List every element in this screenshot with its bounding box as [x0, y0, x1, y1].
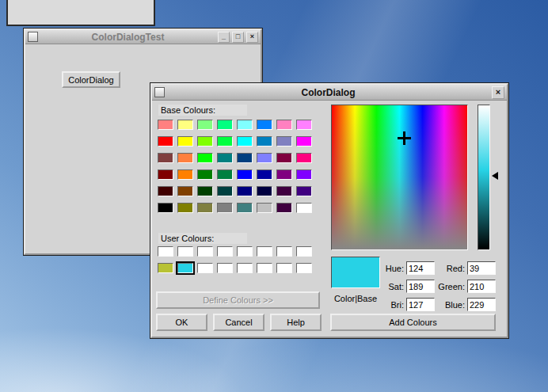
bri-label: Bri:	[370, 300, 406, 310]
user-color-swatch[interactable]	[257, 263, 272, 273]
hue-row: Hue:	[370, 261, 435, 275]
base-color-swatch[interactable]	[237, 169, 253, 180]
red-row: Red:	[431, 261, 496, 275]
dialog-body: Base Colours: User Colours: Define Colou…	[152, 101, 507, 335]
base-color-swatch[interactable]	[197, 186, 213, 196]
user-color-swatch[interactable]	[197, 246, 213, 257]
base-color-swatch[interactable]	[217, 136, 233, 147]
base-color-swatch[interactable]	[257, 136, 272, 147]
base-color-swatch[interactable]	[276, 136, 292, 147]
base-color-swatch[interactable]	[296, 120, 312, 130]
base-color-swatch[interactable]	[237, 203, 253, 213]
hue-saturation-picker[interactable]	[331, 105, 468, 250]
base-color-swatch[interactable]	[296, 169, 312, 180]
base-color-swatch[interactable]	[296, 153, 312, 163]
base-color-swatch[interactable]	[197, 169, 213, 180]
user-color-swatch[interactable]	[217, 246, 233, 257]
base-color-swatch[interactable]	[237, 153, 253, 163]
base-color-swatch[interactable]	[257, 153, 272, 163]
red-input[interactable]	[467, 261, 496, 275]
base-color-swatch[interactable]	[217, 169, 233, 180]
base-color-swatch[interactable]	[177, 153, 193, 163]
base-color-swatch[interactable]	[197, 136, 213, 147]
dialog-close-icon[interactable]: ×	[492, 86, 504, 99]
base-color-swatch[interactable]	[177, 169, 193, 180]
luminance-bar[interactable]	[478, 105, 490, 250]
base-color-swatch[interactable]	[296, 203, 312, 213]
base-color-swatch[interactable]	[237, 186, 253, 196]
base-color-swatch[interactable]	[217, 153, 233, 163]
base-color-swatch[interactable]	[177, 136, 193, 147]
base-color-swatch[interactable]	[257, 186, 272, 196]
base-color-swatch[interactable]	[217, 203, 233, 213]
base-color-swatch[interactable]	[197, 153, 213, 163]
base-color-swatch[interactable]	[257, 169, 272, 180]
dialog-title: ColorDialog	[167, 87, 489, 98]
base-color-swatch[interactable]	[177, 203, 193, 213]
test-window-titlebar[interactable]: ColorDialogTest _ □ ×	[25, 30, 261, 44]
rgb-fields: Red: Green: Blue:	[431, 261, 496, 316]
user-color-swatch[interactable]	[158, 246, 173, 257]
colordialog-window: ColorDialog × Base Colours: User Colours…	[150, 83, 508, 338]
ok-button[interactable]: OK	[156, 314, 207, 331]
base-color-swatch[interactable]	[257, 120, 272, 130]
hue-label: Hue:	[370, 264, 406, 273]
base-color-swatch[interactable]	[197, 203, 213, 213]
user-color-swatch[interactable]	[177, 263, 193, 273]
base-color-swatch[interactable]	[158, 169, 173, 180]
user-color-swatch[interactable]	[217, 263, 233, 273]
base-colors-grid	[158, 120, 312, 213]
base-color-swatch[interactable]	[158, 136, 173, 147]
base-color-swatch[interactable]	[158, 186, 173, 196]
desktop: { "test_window": { "title": "ColorDialog…	[0, 0, 548, 392]
user-color-swatch[interactable]	[237, 246, 253, 257]
user-color-swatch[interactable]	[276, 263, 292, 273]
user-color-swatch[interactable]	[237, 263, 253, 273]
base-color-swatch[interactable]	[158, 120, 173, 130]
sat-label: Sat:	[370, 282, 406, 291]
user-color-swatch[interactable]	[296, 263, 312, 273]
luminance-arrow-icon[interactable]	[492, 172, 498, 180]
base-color-swatch[interactable]	[296, 186, 312, 196]
user-color-swatch[interactable]	[276, 246, 292, 257]
add-colors-button[interactable]: Add Colours	[330, 314, 496, 331]
user-color-swatch[interactable]	[296, 246, 312, 257]
base-color-swatch[interactable]	[276, 186, 292, 196]
user-color-swatch[interactable]	[177, 246, 193, 257]
color-picker-crosshair-icon[interactable]	[398, 131, 411, 145]
base-color-swatch[interactable]	[276, 169, 292, 180]
base-color-swatch[interactable]	[257, 203, 272, 213]
base-color-swatch[interactable]	[276, 120, 292, 130]
user-color-swatch[interactable]	[158, 263, 173, 273]
base-color-swatch[interactable]	[158, 153, 173, 163]
minimize-icon[interactable]: _	[218, 32, 230, 43]
blue-input[interactable]	[467, 298, 496, 311]
user-color-swatch[interactable]	[257, 246, 272, 257]
dialog-titlebar[interactable]: ColorDialog ×	[152, 85, 507, 101]
base-color-swatch[interactable]	[296, 136, 312, 147]
help-button[interactable]: Help	[270, 314, 322, 331]
base-color-swatch[interactable]	[237, 136, 253, 147]
base-color-swatch[interactable]	[217, 186, 233, 196]
app-icon	[28, 32, 38, 42]
maximize-icon[interactable]: □	[232, 32, 244, 43]
base-color-swatch[interactable]	[197, 120, 213, 130]
blue-row: Blue:	[431, 298, 496, 311]
define-colors-button[interactable]: Define Colours >>	[156, 291, 320, 309]
base-color-swatch[interactable]	[237, 120, 253, 130]
base-color-swatch[interactable]	[158, 203, 173, 213]
user-color-swatch[interactable]	[197, 263, 213, 273]
open-colordialog-button[interactable]: ColorDialog	[62, 71, 120, 88]
base-colors-label: Base Colours:	[158, 105, 247, 116]
partial-window	[6, 0, 155, 26]
close-icon[interactable]: ×	[246, 32, 258, 43]
blue-label: Blue:	[431, 300, 467, 310]
base-color-swatch[interactable]	[217, 120, 233, 130]
base-color-swatch[interactable]	[276, 203, 292, 213]
base-color-swatch[interactable]	[177, 120, 193, 130]
base-color-swatch[interactable]	[276, 153, 292, 163]
base-color-swatch[interactable]	[177, 186, 193, 196]
cancel-button[interactable]: Cancel	[213, 314, 264, 331]
dialog-icon	[154, 87, 165, 97]
green-input[interactable]	[467, 280, 496, 293]
